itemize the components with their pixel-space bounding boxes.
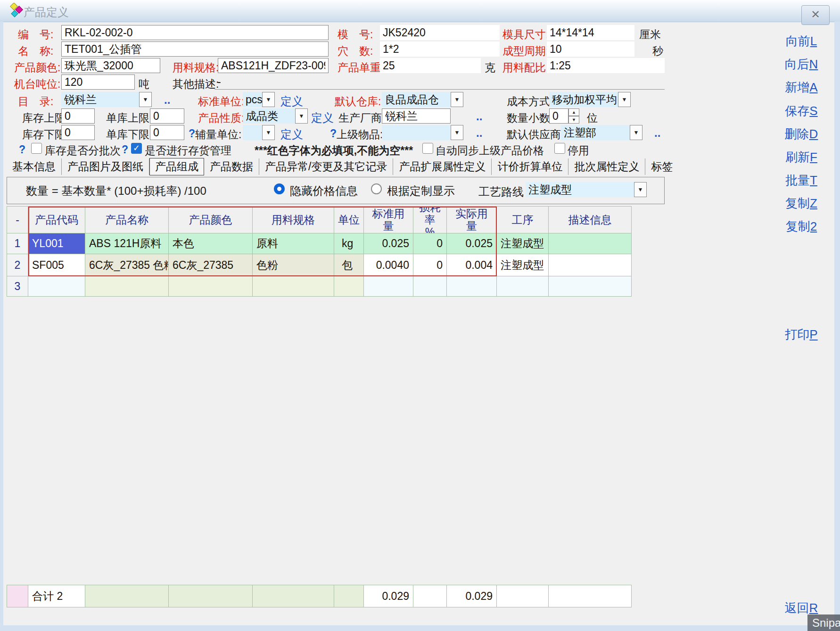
default-supplier-dropdown-icon[interactable]: ▼	[630, 125, 642, 140]
header-standard-qty[interactable]: 标准用量	[364, 207, 413, 233]
manufacturer-more-button[interactable]: ..	[476, 110, 482, 123]
stepper-down-icon[interactable]: ▼	[568, 116, 579, 124]
product-nature-dropdown-icon[interactable]: ▼	[295, 108, 308, 124]
aux-unit-field[interactable]	[243, 125, 262, 140]
cell-loss-rate[interactable]	[413, 276, 447, 297]
cost-method-dropdown-icon[interactable]: ▼	[618, 92, 631, 107]
tab-batch-attrs[interactable]: 批次属性定义	[568, 158, 645, 175]
parent-item-more-button[interactable]: ..	[476, 126, 482, 140]
hide-price-radio[interactable]	[274, 183, 285, 194]
product-color-input[interactable]	[61, 58, 160, 73]
header-description[interactable]: 描述信息	[549, 207, 632, 233]
material-spec-input[interactable]	[218, 58, 329, 73]
cell-std-qty[interactable]: 0.025	[364, 233, 413, 254]
copy-button[interactable]: 复制Z	[768, 195, 834, 212]
cell-unit[interactable]: kg	[334, 233, 364, 254]
cell-code[interactable]: SF005	[28, 254, 85, 276]
unit-weight-input[interactable]	[380, 58, 481, 73]
batch-help-icon[interactable]: ?	[19, 143, 25, 156]
warehouse-upper-input[interactable]	[150, 108, 184, 124]
tab-extended-attrs[interactable]: 产品扩展属性定义	[393, 158, 492, 175]
cell-std-qty[interactable]: 0.0040	[364, 254, 413, 276]
cost-method-field[interactable]: 移动加权平均	[549, 92, 618, 107]
aux-unit-help-icon[interactable]: ?	[189, 127, 195, 140]
standard-unit-field[interactable]: pcs	[243, 92, 262, 107]
product-nature-field[interactable]: 成品类	[243, 108, 295, 124]
mold-no-input[interactable]	[380, 25, 500, 40]
batch-button[interactable]: 批量T	[768, 172, 834, 189]
header-material-spec[interactable]: 用料规格	[253, 207, 334, 233]
save-button[interactable]: 保存S	[768, 103, 834, 119]
print-button[interactable]: 打印P	[768, 326, 834, 343]
cell-std-qty[interactable]	[364, 276, 413, 297]
disable-checkbox[interactable]	[554, 143, 565, 154]
other-desc-input[interactable]	[214, 75, 665, 90]
header-product-name[interactable]: 产品名称	[85, 207, 169, 233]
cell-name[interactable]	[85, 276, 169, 297]
next-button[interactable]: 向后N	[768, 56, 834, 73]
cell-spec[interactable]: 色粉	[253, 254, 334, 276]
parent-item-field[interactable]	[382, 125, 451, 140]
cycle-input[interactable]	[547, 42, 634, 57]
process-route-field[interactable]: 注塑成型	[526, 182, 634, 197]
decimal-places-stepper[interactable]: ▲ ▼	[568, 108, 579, 124]
cavity-input[interactable]	[380, 42, 500, 57]
add-button[interactable]: 新增A	[768, 79, 834, 96]
close-icon[interactable]: ✕	[801, 5, 830, 25]
default-warehouse-dropdown-icon[interactable]: ▼	[451, 92, 463, 107]
header-process[interactable]: 工序	[497, 207, 549, 233]
tab-product-data[interactable]: 产品数据	[204, 158, 259, 175]
cell-actual-qty[interactable]: 0.025	[447, 233, 497, 254]
row-number[interactable]: 2	[7, 254, 28, 276]
tab-labels[interactable]: 标签	[645, 158, 678, 175]
standard-unit-dropdown-icon[interactable]: ▼	[262, 92, 275, 107]
tab-product-composition[interactable]: 产品组成	[149, 158, 204, 175]
warehouse-lower-input[interactable]	[150, 125, 184, 140]
decimal-places-input[interactable]	[549, 108, 568, 124]
cell-process[interactable]	[497, 276, 549, 297]
cell-unit[interactable]: 包	[334, 254, 364, 276]
cell-name[interactable]: ABS 121H原料	[85, 233, 169, 254]
prev-button[interactable]: 向前L	[768, 33, 834, 50]
header-loss-rate[interactable]: 损耗率 %	[413, 207, 447, 233]
code-input[interactable]	[61, 25, 329, 40]
cell-color[interactable]: 本色	[169, 233, 253, 254]
stock-lower-input[interactable]	[61, 125, 95, 140]
header-actual-qty[interactable]: 实际用量	[447, 207, 497, 233]
cell-loss-rate[interactable]: 0	[413, 254, 447, 276]
stepper-up-icon[interactable]: ▲	[568, 108, 579, 116]
custom-display-radio[interactable]	[371, 183, 382, 194]
manufacturer-input[interactable]	[382, 108, 451, 124]
return-button[interactable]: 返回R	[768, 600, 834, 616]
product-nature-define-link[interactable]: 定义	[311, 110, 334, 125]
cell-process[interactable]: 注塑成型	[497, 233, 549, 254]
inventory-checkbox[interactable]: ✓	[131, 143, 142, 154]
cell-description[interactable]	[549, 276, 632, 297]
aux-unit-dropdown-icon[interactable]: ▼	[262, 125, 275, 140]
cell-spec[interactable]	[253, 276, 334, 297]
cell-actual-qty[interactable]: 0.004	[447, 254, 497, 276]
cell-code[interactable]	[28, 276, 85, 297]
cell-color[interactable]	[169, 276, 253, 297]
tab-abnormal-records[interactable]: 产品异常/变更及其它记录	[259, 158, 393, 175]
machine-tonnage-input[interactable]	[61, 75, 135, 90]
cell-color[interactable]: 6C灰_27385	[169, 254, 253, 276]
process-route-dropdown-icon[interactable]: ▼	[634, 182, 647, 197]
mold-size-input[interactable]	[547, 25, 634, 40]
cell-loss-rate[interactable]: 0	[413, 233, 447, 254]
row-number[interactable]: 3	[7, 276, 28, 297]
tab-images-drawings[interactable]: 产品图片及图纸	[62, 158, 149, 175]
cell-process[interactable]: 注塑成型	[497, 254, 549, 276]
catalog-field[interactable]: 锐科兰	[61, 92, 139, 107]
standard-unit-define-link[interactable]: 定义	[280, 94, 303, 109]
parent-item-dropdown-icon[interactable]: ▼	[451, 125, 463, 140]
cell-name[interactable]: 6C灰_27385 色粉	[85, 254, 169, 276]
cell-code-selected[interactable]: YL001	[28, 233, 85, 254]
header-unit[interactable]: 单位	[334, 207, 364, 233]
cell-description[interactable]	[549, 254, 632, 276]
cell-description[interactable]	[549, 233, 632, 254]
default-warehouse-field[interactable]: 良品成品仓	[382, 92, 451, 107]
sync-price-checkbox[interactable]	[422, 143, 433, 154]
catalog-dropdown-icon[interactable]: ▼	[139, 92, 152, 107]
default-supplier-field[interactable]: 注塑部	[561, 125, 630, 140]
